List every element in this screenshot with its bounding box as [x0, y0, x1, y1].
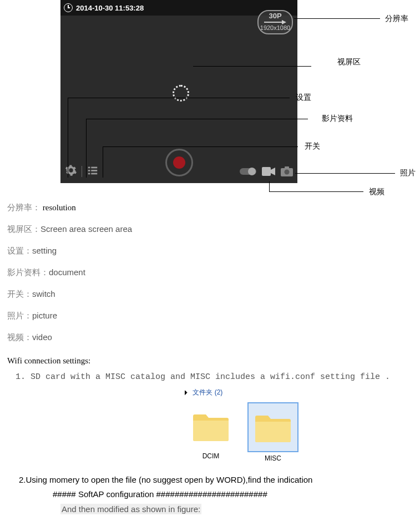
svg-rect-0: [88, 167, 90, 169]
svg-rect-2: [88, 170, 90, 171]
def-row: 照片：picture: [7, 311, 396, 321]
clock-icon: [64, 3, 73, 12]
svg-point-7: [248, 168, 256, 175]
list-icon[interactable]: [87, 164, 99, 179]
definitions-list: 分辨率： resolution 视屏区：Screen area screen a…: [7, 203, 396, 354]
camera-timestamp: 2014-10-30 11:53:28: [76, 4, 144, 12]
folder-misc[interactable]: MISC: [245, 402, 301, 462]
caret-icon: ⏵: [183, 388, 190, 396]
folder-breadcrumb: ⏵ 文件夹 (2): [183, 388, 222, 397]
svg-rect-3: [91, 170, 97, 171]
resolution-fps: 30P: [259, 12, 292, 20]
camera-app-screenshot: 2014-10-30 11:53:28 30P 1920x1080: [60, 0, 297, 183]
svg-rect-1: [91, 167, 97, 169]
folder-screenshot: ⏵ 文件夹 (2) DCIM MISC: [181, 387, 307, 468]
annotation-line: [68, 98, 68, 178]
annotation-line: [295, 173, 395, 174]
label-film-info: 影片资料: [322, 114, 353, 124]
modified-note: And then modified as shown in figure:: [60, 504, 201, 514]
annotation-line: [269, 181, 270, 191]
wifi-step-2: 2.Using momery to open the file (no sugg…: [19, 475, 407, 484]
annotation-line: [294, 18, 380, 19]
folder-dcim[interactable]: DCIM: [183, 402, 239, 460]
annotation-line: [86, 119, 308, 119]
annotation-line: [269, 191, 363, 192]
def-row: 分辨率： resolution: [7, 203, 396, 213]
annotation-line: [86, 119, 87, 178]
label-resolution: 分辨率: [385, 14, 408, 24]
wifi-step-1: 1. SD card with a MISC catalog and MISC …: [16, 372, 407, 382]
def-row: 视频：video: [7, 332, 396, 343]
resolution-size: 1920x1080: [259, 24, 292, 31]
loading-spinner-icon: [173, 85, 189, 102]
label-settings: 设置: [296, 93, 311, 103]
def-row: 设置：setting: [7, 246, 396, 256]
wifi-section: Wifi connection settings: 1. SD card wit…: [7, 356, 407, 387]
svg-point-11: [285, 170, 290, 175]
toggle-switch-icon[interactable]: [240, 167, 256, 178]
record-button[interactable]: [165, 149, 193, 176]
divider: [82, 166, 82, 177]
video-mode-icon[interactable]: [262, 167, 275, 178]
svg-rect-5: [91, 173, 97, 175]
svg-rect-4: [88, 173, 90, 175]
annotation-line: [68, 98, 290, 98]
gear-icon[interactable]: [65, 164, 77, 179]
label-switch: 开关: [305, 141, 320, 151]
label-video: 视频: [369, 187, 384, 197]
annotation-line: [103, 146, 298, 147]
wifi-title: Wifi connection settings:: [7, 356, 407, 366]
svg-rect-8: [262, 167, 271, 176]
photo-mode-icon[interactable]: [281, 166, 293, 179]
svg-rect-10: [285, 166, 289, 169]
resolution-badge[interactable]: 30P 1920x1080: [257, 10, 293, 34]
label-screen-area: 视屏区: [337, 57, 361, 67]
def-row: 开关：switch: [7, 289, 396, 300]
folder-label: DCIM: [183, 452, 239, 460]
config-header-line: ##### SoftAP configuration #############…: [53, 489, 267, 499]
annotation-line: [193, 66, 311, 67]
def-row: 影片资料：document: [7, 267, 396, 278]
label-photo: 照片: [400, 168, 416, 178]
def-row: 视屏区：Screen area screen area: [7, 224, 396, 235]
folder-label: MISC: [245, 454, 301, 462]
annotation-line: [103, 146, 103, 178]
